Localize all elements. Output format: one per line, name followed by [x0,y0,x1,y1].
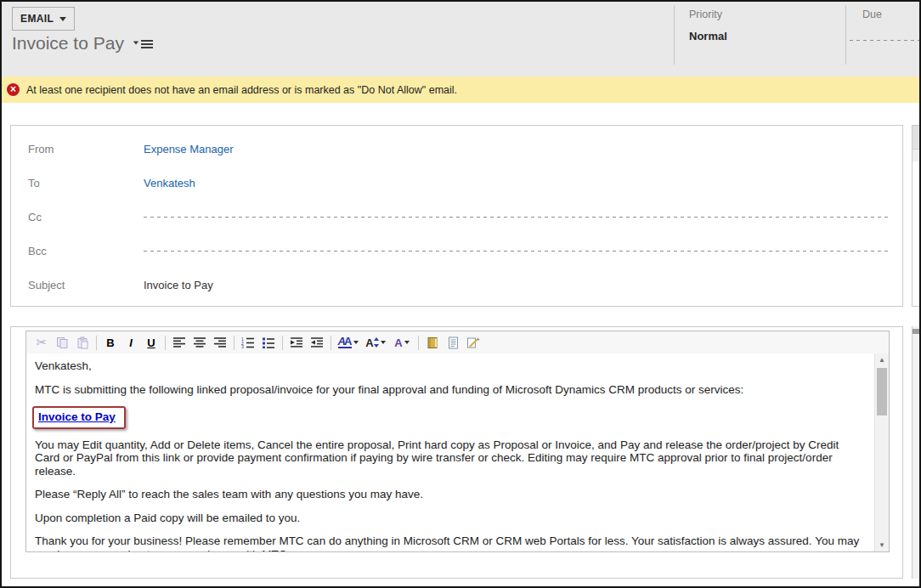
to-label: To [11,177,144,189]
right-panel-cutoff-top [912,125,920,307]
decrease-indent-icon[interactable] [307,333,327,352]
numbered-list-icon[interactable]: 123 [238,333,258,352]
body-paragraph-4: Upon completion a Paid copy will be emai… [35,512,865,525]
body-paragraph-1: MTC is submitting the following linked p… [35,383,865,397]
scroll-down-icon[interactable]: ▼ [875,541,889,549]
field-row-subject: Subject Invoice to Pay [11,268,902,302]
body-link-paragraph: Invoice to Pay [35,406,865,429]
font-color-icon[interactable]: A [389,333,415,352]
field-row-bcc: Bcc [11,234,902,268]
font-name-icon[interactable]: AA [335,333,362,352]
due-date-field[interactable] [850,40,919,41]
subject-label: Subject [11,279,144,291]
svg-text:3: 3 [241,344,244,348]
insert-content-icon[interactable] [463,333,483,352]
header-divider [845,5,846,65]
chevron-down-icon [59,17,66,21]
cc-label: Cc [11,211,144,223]
align-center-icon[interactable] [189,333,210,352]
cc-input-field[interactable] [144,217,889,218]
bcc-input-field[interactable] [144,251,889,252]
body-paragraph-5: Thank you for your business! Please reme… [35,534,865,551]
email-fields-section: From Expense Manager To Venkatesh Cc Bcc… [10,125,903,307]
from-label: From [11,143,144,155]
invoice-to-pay-link[interactable]: Invoice to Pay [38,410,116,423]
increase-indent-icon[interactable] [286,333,307,352]
align-right-icon[interactable] [210,333,230,352]
form-header: EMAIL Invoice to Pay Priority Normal Due [2,2,919,76]
rich-text-editor: ✂ B I U [25,331,890,552]
header-divider [674,5,675,65]
align-left-icon[interactable] [169,333,189,352]
error-circle-icon: × [7,83,20,96]
record-set-navigator-icon[interactable] [133,40,153,50]
entity-type-button[interactable]: EMAIL [12,7,75,31]
entity-type-label: EMAIL [20,13,54,25]
priority-label: Priority [689,8,722,20]
scroll-up-icon[interactable]: ▲ [875,356,889,364]
field-row-cc: Cc [11,200,902,234]
field-row-from: From Expense Manager [11,132,902,166]
bold-button[interactable]: B [100,333,121,352]
insert-kb-article-icon[interactable] [422,333,443,352]
cut-icon[interactable]: ✂ [31,333,52,352]
warning-bar: × At least one recipient does not have a… [2,76,919,103]
editor-toolbar: ✂ B I U [26,331,889,354]
priority-value[interactable]: Normal [689,30,727,42]
email-body-content[interactable]: Venkatesh, MTC is submitting the followi… [26,353,889,551]
body-paragraph-3: Please “Reply All” to reach the sales te… [35,488,865,501]
italic-button[interactable]: I [121,333,141,352]
insert-template-icon[interactable] [443,333,463,352]
to-value-link[interactable]: Venkatesh [144,177,195,189]
bcc-label: Bcc [11,245,144,257]
copy-icon[interactable] [52,333,72,352]
scrollbar-thumb[interactable] [877,368,887,416]
underline-button[interactable]: U [141,333,161,352]
email-body-section: ✂ B I U [10,326,903,579]
field-row-to: To Venkatesh [11,166,902,200]
body-greeting: Venkatesh, [35,359,865,373]
paste-icon[interactable] [72,333,93,352]
body-paragraph-2: You may Edit quantity, Add or Delete ite… [35,438,865,478]
email-form-window: EMAIL Invoice to Pay Priority Normal Due… [0,0,921,588]
from-value-link[interactable]: Expense Manager [144,143,234,155]
red-annotation-box: Invoice to Pay [32,406,126,429]
warning-text: At least one recipient does not have an … [26,84,457,96]
right-panel-cutoff-bottom [912,326,920,579]
subject-value-field[interactable]: Invoice to Pay [144,279,213,291]
page-title: Invoice to Pay [12,33,153,54]
font-size-icon[interactable]: A [362,333,389,352]
bullet-list-icon[interactable] [258,333,279,352]
due-label: Due [862,8,882,20]
editor-scrollbar[interactable]: ▲ ▼ [874,353,889,551]
